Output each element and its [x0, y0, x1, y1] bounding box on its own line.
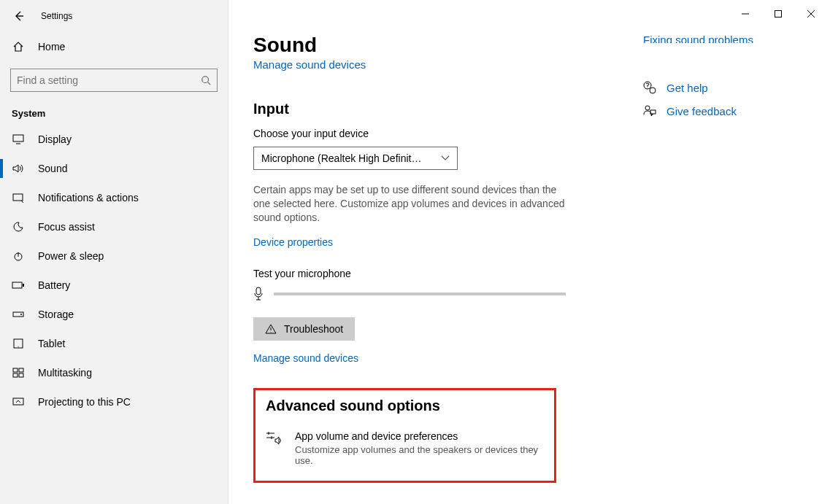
svg-rect-10 — [13, 368, 18, 372]
search-input[interactable] — [17, 74, 201, 86]
microphone-icon — [253, 287, 264, 301]
back-arrow-icon — [13, 10, 25, 22]
mic-level-meter — [274, 292, 566, 295]
nav-home[interactable]: Home — [0, 34, 228, 60]
link-manage-devices-top[interactable]: Manage sound devices — [253, 60, 366, 71]
sidebar-item-notifications[interactable]: Notifications & actions — [0, 183, 228, 212]
troubleshoot-button[interactable]: Troubleshoot — [253, 317, 355, 341]
nav-home-label: Home — [38, 41, 65, 53]
window-minimize-button[interactable] — [729, 3, 761, 25]
window-title: Settings — [41, 11, 72, 21]
input-device-dropdown[interactable]: Microphone (Realtek High Definitio… — [253, 147, 458, 170]
projecting-icon — [12, 397, 25, 407]
svg-point-19 — [645, 106, 650, 110]
sidebar-item-label: Projecting to this PC — [38, 396, 131, 408]
app-volume-title: App volume and device preferences — [295, 430, 544, 442]
maximize-icon — [775, 10, 782, 18]
warning-icon — [265, 324, 277, 334]
sidebar-item-storage[interactable]: Storage — [0, 300, 228, 329]
sidebar-item-label: Notifications & actions — [38, 192, 139, 203]
display-icon — [12, 134, 25, 144]
home-icon — [12, 41, 25, 53]
sidebar-item-focus-assist[interactable]: Focus assist — [0, 212, 228, 241]
tablet-icon — [12, 338, 25, 349]
choose-device-label: Choose your input device — [253, 128, 633, 139]
svg-rect-16 — [256, 287, 261, 295]
app-volume-preferences-row[interactable]: App volume and device preferences Custom… — [266, 430, 544, 466]
input-device-value: Microphone (Realtek High Definitio… — [261, 152, 422, 164]
minimize-icon — [742, 10, 749, 18]
svg-rect-12 — [13, 373, 18, 377]
app-volume-desc: Customize app volumes and the speakers o… — [295, 444, 544, 466]
test-mic-label: Test your microphone — [253, 268, 633, 279]
link-manage-devices[interactable]: Manage sound devices — [253, 352, 358, 364]
sidebar-item-battery[interactable]: Battery — [0, 271, 228, 300]
svg-rect-4 — [12, 282, 22, 288]
search-icon — [201, 75, 211, 85]
sidebar-item-label: Focus assist — [38, 221, 95, 233]
window-close-button[interactable] — [794, 3, 827, 25]
sliders-icon — [266, 430, 282, 445]
svg-rect-2 — [13, 194, 23, 201]
link-device-properties[interactable]: Device properties — [253, 236, 333, 248]
sidebar-item-label: Tablet — [38, 338, 65, 349]
sound-icon — [12, 163, 25, 174]
focus-assist-icon — [12, 221, 25, 233]
back-button[interactable] — [10, 7, 28, 25]
sidebar-item-label: Sound — [38, 163, 67, 174]
svg-point-0 — [202, 77, 209, 83]
input-device-description: Certain apps may be set up to use differ… — [253, 183, 575, 225]
link-give-feedback[interactable]: Give feedback — [643, 104, 805, 117]
sidebar-section-label: System — [0, 101, 228, 125]
svg-point-18 — [650, 88, 656, 93]
chevron-down-icon — [441, 155, 450, 161]
troubleshoot-label: Troubleshoot — [284, 323, 343, 335]
sidebar-item-projecting[interactable]: Projecting to this PC — [0, 387, 228, 416]
window-maximize-button[interactable] — [761, 3, 794, 25]
link-fixing-sound[interactable]: Fixing sound problems — [643, 35, 805, 43]
svg-point-7 — [20, 314, 22, 315]
feedback-link-text: Give feedback — [666, 105, 737, 117]
svg-rect-14 — [13, 398, 23, 405]
help-link-text: Get help — [666, 82, 708, 94]
feedback-icon — [643, 104, 656, 117]
sidebar-item-display[interactable]: Display — [0, 125, 228, 154]
svg-rect-1 — [13, 135, 23, 141]
svg-point-9 — [18, 346, 18, 346]
sidebar-item-label: Display — [38, 133, 72, 145]
page-heading: Sound — [253, 34, 633, 57]
help-icon — [643, 81, 656, 94]
search-box[interactable] — [10, 69, 218, 92]
sidebar-item-label: Storage — [38, 309, 74, 320]
notifications-icon — [12, 193, 25, 203]
advanced-sound-options-box: Advanced sound options App volume and de… — [253, 388, 556, 483]
multitasking-icon — [12, 368, 25, 378]
sidebar-item-label: Multitasking — [38, 367, 92, 379]
svg-rect-5 — [23, 284, 24, 287]
sidebar-item-label: Battery — [38, 279, 70, 291]
power-icon — [12, 250, 25, 262]
advanced-title: Advanced sound options — [266, 398, 544, 414]
input-section-title: Input — [253, 101, 633, 117]
sidebar-item-label: Power & sleep — [38, 250, 104, 262]
sidebar-item-multitasking[interactable]: Multitasking — [0, 358, 228, 387]
battery-icon — [12, 281, 25, 290]
svg-rect-13 — [19, 373, 23, 377]
svg-rect-15 — [775, 11, 781, 18]
close-icon — [807, 10, 815, 18]
sidebar-item-power-sleep[interactable]: Power & sleep — [0, 241, 228, 271]
storage-icon — [12, 310, 25, 319]
sidebar-item-sound[interactable]: Sound — [0, 154, 228, 183]
link-get-help[interactable]: Get help — [643, 81, 805, 94]
svg-rect-11 — [19, 368, 23, 372]
sidebar-item-tablet[interactable]: Tablet — [0, 329, 228, 358]
